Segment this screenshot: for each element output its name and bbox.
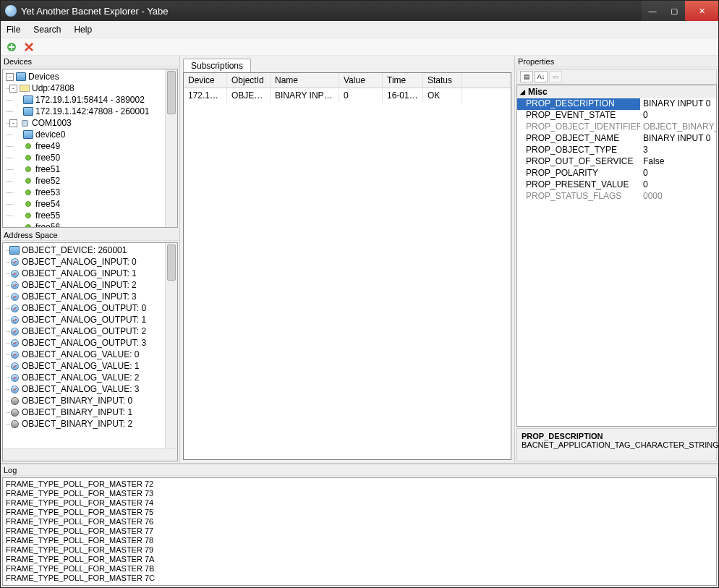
tree-item[interactable]: ┈┈free56 bbox=[6, 221, 176, 228]
sort-button[interactable]: A↓ bbox=[535, 71, 548, 82]
property-row[interactable]: PROP_OUT_OF_SERVICEFalse bbox=[517, 156, 716, 168]
tree-item[interactable]: ┈OBJECT_ANALOG_OUTPUT: 2 bbox=[6, 325, 176, 337]
col-device[interactable]: Device bbox=[184, 73, 227, 88]
address-header: Address Space bbox=[1, 229, 179, 241]
tree-item[interactable]: ┈OBJECT_ANALOG_VALUE: 2 bbox=[6, 372, 176, 383]
app-window: Yet Another Bacnet Explorer - Yabe — ▢ ✕… bbox=[0, 0, 719, 588]
property-row[interactable]: PROP_EVENT_STATE0 bbox=[517, 110, 716, 122]
propbtn-3[interactable]: ▭ bbox=[549, 71, 562, 82]
log-output[interactable]: FRAME_TYPE_POLL_FOR_MASTER 72FRAME_TYPE_… bbox=[2, 477, 717, 586]
tree-item[interactable]: ┈OBJECT_DEVICE: 260001 bbox=[6, 244, 176, 256]
property-row[interactable]: PROP_PRESENT_VALUE0 bbox=[517, 179, 716, 191]
window-title: Yet Another Bacnet Explorer - Yabe bbox=[21, 6, 642, 17]
col-name[interactable]: Name bbox=[271, 73, 339, 88]
log-line: FRAME_TYPE_POLL_FOR_MASTER 77 bbox=[6, 527, 713, 536]
property-grid[interactable]: ◢Misc PROP_DESCRIPTIONBINARY INPUT 0PROP… bbox=[516, 85, 717, 427]
analog-icon bbox=[11, 374, 19, 382]
minimize-button[interactable]: — bbox=[642, 1, 663, 21]
tree-item[interactable]: ┈OBJECT_ANALOG_OUTPUT: 0 bbox=[6, 302, 176, 314]
tab-subscriptions[interactable]: Subscriptions bbox=[183, 59, 251, 72]
log-line: FRAME_TYPE_POLL_FOR_MASTER 7B bbox=[6, 564, 713, 574]
tree-item[interactable]: ┈OBJECT_ANALOG_VALUE: 3 bbox=[6, 383, 176, 395]
log-line: FRAME_TYPE_POLL_FOR_MASTER 78 bbox=[6, 536, 713, 545]
tree-item[interactable]: ┈┈free49 bbox=[6, 140, 176, 152]
scrollbar[interactable] bbox=[165, 243, 177, 461]
log-line: FRAME_TYPE_POLL_FOR_MASTER 79 bbox=[6, 545, 713, 555]
collapse-icon[interactable]: ◢ bbox=[520, 88, 525, 95]
titlebar[interactable]: Yet Another Bacnet Explorer - Yabe — ▢ ✕ bbox=[1, 1, 718, 21]
menu-search[interactable]: Search bbox=[33, 25, 61, 35]
log-line: FRAME_TYPE_POLL_FOR_MASTER 75 bbox=[6, 508, 713, 517]
tree-item[interactable]: ┈OBJECT_BINARY_INPUT: 1 bbox=[6, 406, 176, 418]
categorize-button[interactable]: ▤ bbox=[520, 71, 533, 82]
property-row[interactable]: PROP_POLARITY0 bbox=[517, 168, 716, 179]
table-row[interactable]: 172.19.1…OBJEC…BINARY INPU…016-01-2…OK bbox=[184, 88, 511, 103]
tree-item[interactable]: ┈OBJECT_ANALOG_INPUT: 1 bbox=[6, 268, 176, 279]
tree-item[interactable]: ┈┈device0 bbox=[6, 129, 176, 140]
tree-item[interactable]: ┈OBJECT_BINARY_INPUT: 2 bbox=[6, 418, 176, 430]
tree-item[interactable]: ┈┈free51 bbox=[6, 163, 176, 175]
analog-icon bbox=[11, 304, 19, 312]
col-value[interactable]: Value bbox=[339, 73, 383, 88]
device-icon bbox=[23, 95, 33, 104]
close-button[interactable]: ✕ bbox=[685, 1, 718, 21]
tree-item[interactable]: ┈OBJECT_ANALOG_INPUT: 2 bbox=[6, 279, 176, 291]
property-row[interactable]: PROP_STATUS_FLAGS0000 bbox=[517, 191, 716, 203]
tree-item[interactable]: ┈OBJECT_ANALOG_OUTPUT: 1 bbox=[6, 314, 176, 325]
property-row[interactable]: PROP_DESCRIPTIONBINARY INPUT 0 bbox=[517, 98, 716, 110]
expander-icon[interactable]: - bbox=[6, 73, 14, 81]
tree-item[interactable]: ┈┈free52 bbox=[6, 175, 176, 187]
tree-item[interactable]: ┈-COM1003 bbox=[6, 117, 176, 129]
expander-icon[interactable]: - bbox=[9, 119, 17, 127]
tree-item[interactable]: ┈OBJECT_ANALOG_OUTPUT: 3 bbox=[6, 337, 176, 349]
log-line: FRAME_TYPE_POLL_FOR_MASTER 76 bbox=[6, 517, 713, 527]
analog-icon bbox=[11, 270, 19, 278]
menu-file[interactable]: File bbox=[7, 25, 20, 35]
device-icon bbox=[23, 107, 33, 116]
maximize-button[interactable]: ▢ bbox=[663, 1, 685, 21]
scrollbar[interactable] bbox=[165, 69, 177, 227]
free-icon bbox=[25, 155, 31, 161]
col-time[interactable]: Time bbox=[383, 73, 423, 88]
tree-item[interactable]: ┈OBJECT_ANALOG_VALUE: 1 bbox=[6, 360, 176, 372]
tree-item[interactable]: ┈OBJECT_ANALOG_VALUE: 0 bbox=[6, 349, 176, 360]
add-button[interactable] bbox=[5, 41, 18, 54]
log-line: FRAME_TYPE_POLL_FOR_MASTER 74 bbox=[6, 498, 713, 508]
tree-item[interactable]: -Devices bbox=[6, 71, 176, 82]
analog-icon bbox=[11, 328, 19, 336]
h-scrollbar[interactable] bbox=[3, 448, 177, 461]
tree-item[interactable]: ┈┈172.19.1.91:58414 - 389002 bbox=[6, 94, 176, 106]
expander-icon[interactable]: - bbox=[9, 85, 17, 93]
tree-item[interactable]: ┈OBJECT_ANALOG_INPUT: 0 bbox=[6, 256, 176, 268]
prop-category[interactable]: ◢Misc bbox=[517, 85, 716, 98]
address-tree[interactable]: ┈OBJECT_DEVICE: 260001┈OBJECT_ANALOG_INP… bbox=[2, 242, 178, 461]
menu-help[interactable]: Help bbox=[74, 25, 92, 35]
analog-icon bbox=[11, 316, 19, 324]
analog-icon bbox=[11, 385, 19, 393]
log-line: FRAME_TYPE_POLL_FOR_MASTER 73 bbox=[6, 489, 713, 498]
property-row[interactable]: PROP_OBJECT_TYPE3 bbox=[517, 145, 716, 156]
tree-item[interactable]: ┈OBJECT_ANALOG_INPUT: 3 bbox=[6, 291, 176, 302]
property-row[interactable]: PROP_OBJECT_IDENTIFIEROBJECT_BINARY_I bbox=[517, 122, 716, 133]
network-icon bbox=[20, 85, 30, 92]
tree-item[interactable]: ┈OBJECT_BINARY_INPUT: 0 bbox=[6, 395, 176, 406]
col-objectid[interactable]: ObjectId bbox=[227, 73, 271, 88]
tree-item[interactable]: ┈-Udp:47808 bbox=[6, 82, 176, 94]
free-icon bbox=[25, 201, 31, 207]
analog-icon bbox=[11, 351, 19, 359]
tree-item[interactable]: ┈┈free55 bbox=[6, 210, 176, 221]
tree-item[interactable]: ┈┈172.19.1.142:47808 - 260001 bbox=[6, 106, 176, 117]
col-status[interactable]: Status bbox=[423, 73, 462, 88]
subscriptions-grid[interactable]: Device ObjectId Name Value Time Status 1… bbox=[183, 72, 511, 460]
devices-tree[interactable]: -Devices┈-Udp:47808┈┈172.19.1.91:58414 -… bbox=[2, 69, 178, 228]
tree-item[interactable]: ┈┈free54 bbox=[6, 198, 176, 210]
log-line: FRAME_TYPE_POLL_FOR_MASTER 7C bbox=[6, 574, 713, 583]
properties-header: Properties bbox=[515, 56, 718, 67]
free-icon bbox=[25, 224, 31, 228]
delete-button[interactable] bbox=[22, 41, 35, 54]
tree-item[interactable]: ┈┈free50 bbox=[6, 152, 176, 163]
tree-item[interactable]: ┈┈free53 bbox=[6, 187, 176, 198]
property-row[interactable]: PROP_OBJECT_NAMEBINARY INPUT 0 bbox=[517, 133, 716, 145]
analog-icon bbox=[11, 258, 19, 266]
log-line: FRAME_TYPE_POLL_FOR_MASTER 72 bbox=[6, 480, 713, 489]
